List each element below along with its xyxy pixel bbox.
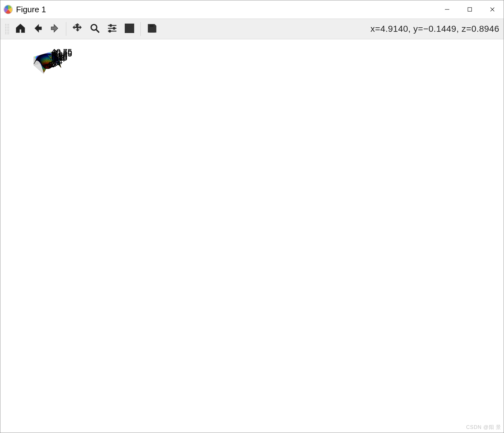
chart-line-icon xyxy=(124,23,135,35)
edit-axes-button[interactable] xyxy=(121,20,138,38)
svg-rect-15 xyxy=(150,29,154,32)
app-icon xyxy=(3,5,13,14)
arrow-left-icon xyxy=(32,23,43,35)
surface-plot[interactable] xyxy=(0,39,95,86)
figure-window: Figure 1 xyxy=(0,0,504,433)
zoom-button[interactable] xyxy=(86,20,103,38)
toolbar: x=4.9140, y=−0.1449, z=0.8946 xyxy=(0,19,504,39)
home-icon xyxy=(15,23,26,35)
pan-button[interactable] xyxy=(69,20,86,38)
plot-canvas-area[interactable]: CSDN @阳 景 xyxy=(0,39,504,433)
home-button[interactable] xyxy=(12,20,29,38)
save-icon xyxy=(146,23,158,35)
svg-point-5 xyxy=(91,25,97,30)
window-controls xyxy=(436,0,504,19)
back-button[interactable] xyxy=(29,20,46,38)
move-icon xyxy=(72,23,83,35)
window-title: Figure 1 xyxy=(16,5,46,14)
svg-point-12 xyxy=(109,30,111,32)
cursor-coordinates: x=4.9140, y=−0.1449, z=0.8946 xyxy=(370,24,499,34)
minimize-button[interactable] xyxy=(436,0,458,19)
maximize-button[interactable] xyxy=(458,0,481,19)
sliders-icon xyxy=(107,23,118,35)
toolbar-separator xyxy=(66,22,66,36)
svg-point-10 xyxy=(113,27,115,29)
titlebar: Figure 1 xyxy=(0,0,504,19)
toolbar-grip xyxy=(5,24,9,34)
toolbar-separator xyxy=(140,22,141,36)
forward-button[interactable] xyxy=(46,20,63,38)
zoom-icon xyxy=(89,23,101,35)
svg-line-6 xyxy=(96,30,99,33)
close-button[interactable] xyxy=(481,0,504,19)
svg-point-8 xyxy=(110,25,112,26)
save-button[interactable] xyxy=(143,20,161,38)
svg-rect-14 xyxy=(150,25,153,27)
configure-button[interactable] xyxy=(103,20,121,38)
svg-rect-2 xyxy=(468,8,472,11)
watermark: CSDN @阳 景 xyxy=(466,424,501,431)
arrow-right-icon xyxy=(49,23,61,35)
